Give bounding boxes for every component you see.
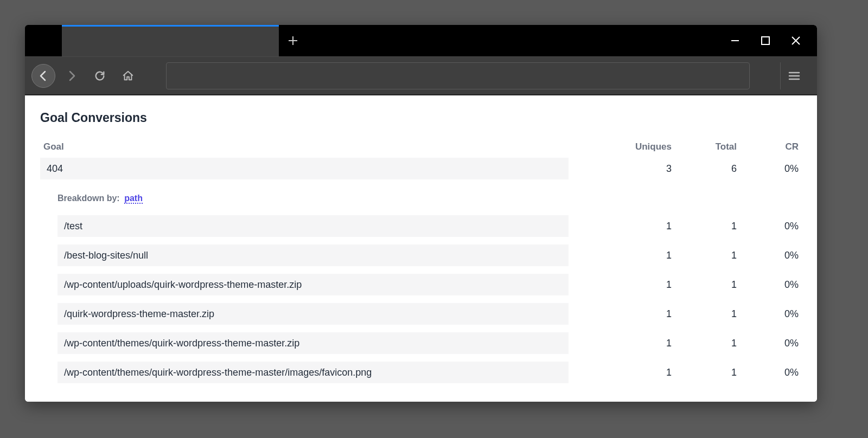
page-title: Goal Conversions bbox=[40, 111, 802, 125]
breakdown-path: /wp-content/uploads/quirk-wordpress-them… bbox=[58, 274, 569, 295]
breakdown-cr: 0% bbox=[737, 279, 802, 291]
breakdown-row[interactable]: /wp-content/themes/quirk-wordpress-theme… bbox=[58, 332, 802, 354]
close-icon bbox=[791, 36, 801, 46]
col-uniques-header: Uniques bbox=[601, 141, 672, 152]
goal-uniques: 3 bbox=[601, 163, 672, 175]
breakdown-row[interactable]: /test110% bbox=[58, 215, 802, 237]
breakdown-total: 1 bbox=[672, 250, 737, 261]
breakdown-total: 1 bbox=[672, 279, 737, 291]
back-button[interactable] bbox=[31, 64, 55, 88]
breakdown-path: /test bbox=[58, 215, 569, 237]
window-controls bbox=[730, 25, 817, 56]
breakdown-total: 1 bbox=[672, 221, 737, 232]
breakdown-path: /best-blog-sites/null bbox=[58, 244, 569, 266]
window-minimize-button[interactable] bbox=[730, 36, 740, 46]
hamburger-icon bbox=[788, 69, 801, 82]
breakdown-type-link[interactable]: path bbox=[124, 194, 143, 204]
home-icon bbox=[122, 70, 134, 82]
browser-window: Goal Conversions Goal Uniques Total CR 4… bbox=[25, 25, 817, 402]
col-goal-header: Goal bbox=[43, 141, 601, 152]
goal-total: 6 bbox=[672, 163, 737, 175]
breakdown-row[interactable]: /quirk-wordpress-theme-master.zip110% bbox=[58, 303, 802, 325]
breakdown-cr: 0% bbox=[737, 367, 802, 378]
breakdown-uniques: 1 bbox=[601, 338, 672, 349]
window-close-button[interactable] bbox=[791, 36, 801, 46]
reload-icon bbox=[94, 70, 106, 82]
active-tab[interactable] bbox=[62, 25, 279, 56]
breakdown-header: Breakdown by: path bbox=[58, 194, 802, 203]
svg-rect-0 bbox=[762, 37, 769, 44]
breakdown-row[interactable]: /wp-content/uploads/quirk-wordpress-them… bbox=[58, 274, 802, 295]
breakdown-path: /quirk-wordpress-theme-master.zip bbox=[58, 303, 569, 325]
breakdown-row[interactable]: /wp-content/themes/quirk-wordpress-theme… bbox=[58, 362, 802, 383]
tab-loading-bar bbox=[62, 25, 279, 27]
breakdown-cr: 0% bbox=[737, 308, 802, 320]
breakdown-uniques: 1 bbox=[601, 308, 672, 320]
breakdown-section: Breakdown by: path /test110%/best-blog-s… bbox=[40, 194, 802, 383]
col-total-header: Total bbox=[672, 141, 737, 152]
col-cr-header: CR bbox=[737, 141, 802, 152]
arrow-right-icon bbox=[65, 69, 78, 82]
breakdown-path: /wp-content/themes/quirk-wordpress-theme… bbox=[58, 332, 569, 354]
tab-strip-leading bbox=[25, 25, 62, 56]
breakdown-uniques: 1 bbox=[601, 221, 672, 232]
home-button[interactable] bbox=[116, 64, 140, 88]
breakdown-total: 1 bbox=[672, 338, 737, 349]
goal-name: 404 bbox=[40, 158, 569, 179]
minimize-icon bbox=[730, 36, 740, 46]
maximize-icon bbox=[761, 36, 770, 46]
breakdown-uniques: 1 bbox=[601, 250, 672, 261]
window-maximize-button[interactable] bbox=[761, 36, 770, 46]
url-bar[interactable] bbox=[166, 62, 750, 89]
page-content: Goal Conversions Goal Uniques Total CR 4… bbox=[25, 95, 817, 402]
breakdown-uniques: 1 bbox=[601, 367, 672, 378]
breakdown-cr: 0% bbox=[737, 221, 802, 232]
breakdown-path: /wp-content/themes/quirk-wordpress-theme… bbox=[58, 362, 569, 383]
breakdown-label: Breakdown by: bbox=[58, 194, 120, 203]
table-header: Goal Uniques Total CR bbox=[40, 138, 802, 158]
breakdown-uniques: 1 bbox=[601, 279, 672, 291]
breakdown-total: 1 bbox=[672, 367, 737, 378]
breakdown-cr: 0% bbox=[737, 250, 802, 261]
tab-strip bbox=[25, 25, 817, 56]
arrow-left-icon bbox=[37, 69, 50, 82]
browser-toolbar bbox=[25, 56, 817, 95]
forward-button[interactable] bbox=[60, 64, 84, 88]
goal-cr: 0% bbox=[737, 163, 802, 175]
breakdown-row[interactable]: /best-blog-sites/null110% bbox=[58, 244, 802, 266]
menu-button[interactable] bbox=[780, 62, 807, 89]
new-tab-button[interactable] bbox=[279, 25, 307, 56]
breakdown-cr: 0% bbox=[737, 338, 802, 349]
breakdown-total: 1 bbox=[672, 308, 737, 320]
goal-row[interactable]: 404 3 6 0% bbox=[40, 158, 802, 179]
plus-icon bbox=[288, 35, 298, 46]
reload-button[interactable] bbox=[88, 64, 112, 88]
